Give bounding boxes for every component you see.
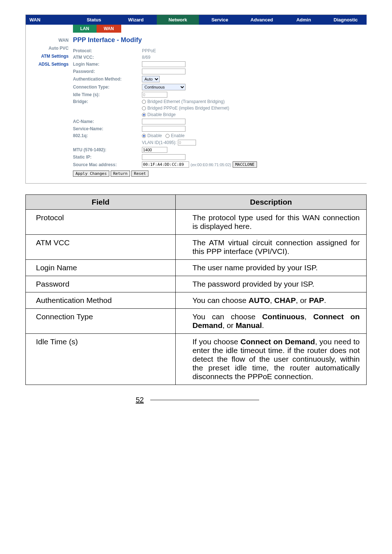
value-atmvcc: 8/69 (142, 55, 150, 60)
macclone-button[interactable]: MACCLONE (233, 161, 257, 168)
8021q-disable-label: Disable (147, 133, 162, 138)
label-ac-name: AC-Name: (73, 119, 142, 124)
tab-wizard[interactable]: Wizard (115, 15, 157, 25)
value-protocol: PPPoE (142, 48, 156, 53)
mtu-input[interactable] (142, 147, 167, 153)
sidebar-item-wan[interactable]: WAN (26, 36, 73, 44)
field-cell: Protocol (26, 210, 176, 235)
service-name-input[interactable] (142, 126, 185, 132)
static-ip-input[interactable] (142, 154, 185, 160)
label-bridge: Bridge: (73, 99, 142, 104)
description-cell: The ATM virtual circuit connection assig… (176, 235, 367, 260)
bridge-opt-pppoe[interactable]: Bridged PPPoE (implies Bridged Ethernet) (142, 106, 229, 111)
bridge-opt-disable-label: Disable Bridge (147, 112, 176, 117)
sidebar-item-adsl-settings[interactable]: ADSL Settings (26, 60, 73, 68)
description-cell: You can choose AUTO, CHAP, or PAP. (176, 292, 367, 309)
field-cell: Idle Time (s) (26, 334, 176, 385)
label-service-name: Service-Name: (73, 126, 142, 131)
label-login-name: Login Name: (73, 62, 142, 67)
field-description-table: Field Description ProtocolThe protocol t… (25, 194, 367, 385)
page-number: 52 (133, 396, 147, 404)
sidebar-item-autopvc[interactable]: Auto PVC (26, 44, 73, 52)
source-mac-example: (ex:00:E0:86:71:05:02) (191, 163, 231, 167)
field-cell: Connection Type (26, 309, 176, 334)
sidebar-item-atm-settings[interactable]: ATM Settings (26, 52, 73, 60)
8021q-enable[interactable]: Enable (166, 133, 184, 138)
col-header-field: Field (26, 195, 176, 210)
label-connection-type: Connection Type: (73, 85, 142, 90)
bridge-opt-transparent[interactable]: Bridged Ethernet (Transparent Bridging) (142, 99, 225, 104)
password-input[interactable] (142, 69, 185, 74)
ac-name-input[interactable] (142, 119, 185, 124)
page-number-rule (150, 400, 259, 400)
table-row: Connection TypeYou can choose Continuous… (26, 309, 367, 334)
table-row: ProtocolThe protocol type used for this … (26, 210, 367, 235)
nav-section-label: WAN (26, 15, 73, 25)
table-row: Authentication MethodYou can choose AUTO… (26, 292, 367, 309)
apply-changes-button[interactable]: Apply Changes (73, 171, 109, 177)
description-cell: If you choose Connect on Demand, you nee… (176, 334, 367, 385)
label-mtu: MTU (576-1492): (73, 147, 142, 152)
tab-diagnostic[interactable]: Diagnostic (324, 15, 367, 25)
page-title: PPP Interface - Modify (73, 36, 367, 44)
bridge-opt-pppoe-label: Bridged PPPoE (implies Bridged Ethernet) (147, 106, 229, 111)
8021q-enable-label: Enable (171, 133, 184, 138)
tab-service[interactable]: Service (199, 15, 241, 25)
return-button[interactable]: Return (111, 171, 130, 177)
table-row: Idle Time (s)If you choose Connect on De… (26, 334, 367, 385)
field-cell: Password (26, 276, 176, 292)
description-cell: The user name provided by your ISP. (176, 260, 367, 276)
description-cell: The protocol type used for this WAN conn… (176, 210, 367, 235)
bridge-opt-disable[interactable]: Disable Bridge (142, 112, 176, 117)
label-password: Password: (73, 69, 142, 74)
label-static-ip: Static IP: (73, 155, 142, 160)
field-cell: ATM VCC (26, 235, 176, 260)
field-cell: Authentication Method (26, 292, 176, 309)
tab-network[interactable]: Network (157, 15, 199, 25)
description-cell: You can choose Continuous, Connect on De… (176, 309, 367, 334)
description-cell: The password provided by your ISP. (176, 276, 367, 292)
label-protocol: Protocol: (73, 48, 142, 53)
table-row: PasswordThe password provided by your IS… (26, 276, 367, 292)
subtab-lan[interactable]: LAN (73, 25, 97, 33)
8021q-disable[interactable]: Disable (142, 133, 162, 138)
reset-button[interactable]: Reset (131, 171, 148, 177)
auth-method-select[interactable]: Auto (142, 76, 160, 82)
tab-status[interactable]: Status (73, 15, 115, 25)
vlan-id-input[interactable] (178, 140, 196, 145)
idle-time-input[interactable] (142, 92, 167, 98)
subtab-wan[interactable]: WAN (97, 25, 121, 33)
bridge-opt-transparent-label: Bridged Ethernet (Transparent Bridging) (147, 99, 225, 104)
table-row: ATM VCCThe ATM virtual circuit connectio… (26, 235, 367, 260)
sidebar: WAN Auto PVC ATM Settings ADSL Settings (26, 33, 73, 183)
col-header-description: Description (176, 195, 367, 210)
label-source-mac: Source Mac address: (73, 162, 142, 167)
table-row: Login NameThe user name provided by your… (26, 260, 367, 276)
source-mac-input[interactable] (142, 161, 189, 168)
login-name-input[interactable] (142, 61, 185, 67)
connection-type-select[interactable]: Continuous (142, 84, 185, 90)
label-vlan-id: VLAN ID(1-4095): (142, 140, 176, 145)
label-idle-time: Idle Time (s): (73, 92, 142, 97)
label-atmvcc: ATM VCC: (73, 55, 142, 60)
router-config-screenshot: WAN Status Wizard Network Service Advanc… (25, 15, 367, 184)
field-cell: Login Name (26, 260, 176, 276)
tab-advanced[interactable]: Advanced (241, 15, 283, 25)
tab-admin[interactable]: Admin (283, 15, 325, 25)
label-auth-method: Authentication Method: (73, 77, 142, 82)
label-8021q: 802.1q: (73, 133, 142, 138)
